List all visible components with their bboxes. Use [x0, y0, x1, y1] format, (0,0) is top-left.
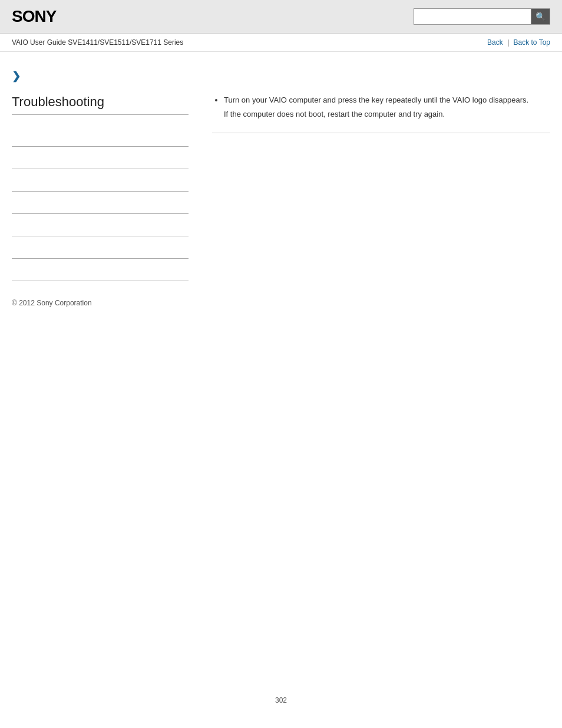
- search-button[interactable]: 🔍: [531, 8, 550, 25]
- guide-title: VAIO User Guide SVE1411/SVE1511/SVE1711 …: [12, 38, 183, 47]
- page-number: 302: [0, 684, 562, 716]
- left-nav-item[interactable]: [12, 236, 189, 259]
- search-area: 🔍: [414, 8, 550, 25]
- left-nav-item[interactable]: [12, 124, 189, 147]
- bullet-main-text: Turn on your VAIO computer and press the…: [224, 95, 528, 104]
- sony-logo: SONY: [12, 7, 56, 26]
- left-nav-item[interactable]: [12, 169, 189, 192]
- list-item: Turn on your VAIO computer and press the…: [224, 94, 550, 120]
- right-column: Turn on your VAIO computer and press the…: [200, 94, 550, 281]
- back-link[interactable]: Back: [487, 38, 503, 47]
- left-nav-item[interactable]: [12, 192, 189, 214]
- two-col-layout: Troubleshooting Turn on your VAIO comput…: [12, 94, 550, 281]
- bullet-sub-text: If the computer does not boot, restart t…: [224, 108, 550, 120]
- nav-separator: |: [507, 38, 509, 47]
- content-section: Turn on your VAIO computer and press the…: [212, 94, 550, 133]
- nav-links: Back | Back to Top: [487, 38, 550, 47]
- nav-bar: VAIO User Guide SVE1411/SVE1511/SVE1711 …: [0, 34, 562, 52]
- left-nav-item[interactable]: [12, 259, 189, 281]
- left-nav-item[interactable]: [12, 147, 189, 169]
- troubleshooting-heading: Troubleshooting: [12, 94, 189, 115]
- left-nav-item[interactable]: [12, 214, 189, 236]
- search-input[interactable]: [414, 8, 531, 25]
- page-header: SONY 🔍: [0, 0, 562, 34]
- footer-copyright: © 2012 Sony Corporation: [12, 299, 550, 307]
- search-icon: 🔍: [535, 12, 546, 21]
- left-column: Troubleshooting: [12, 94, 200, 281]
- back-to-top-link[interactable]: Back to Top: [514, 38, 550, 47]
- bullet-list: Turn on your VAIO computer and press the…: [212, 94, 550, 120]
- main-content: ❯ Troubleshooting: [0, 52, 562, 331]
- breadcrumb-arrow: ❯: [12, 70, 550, 83]
